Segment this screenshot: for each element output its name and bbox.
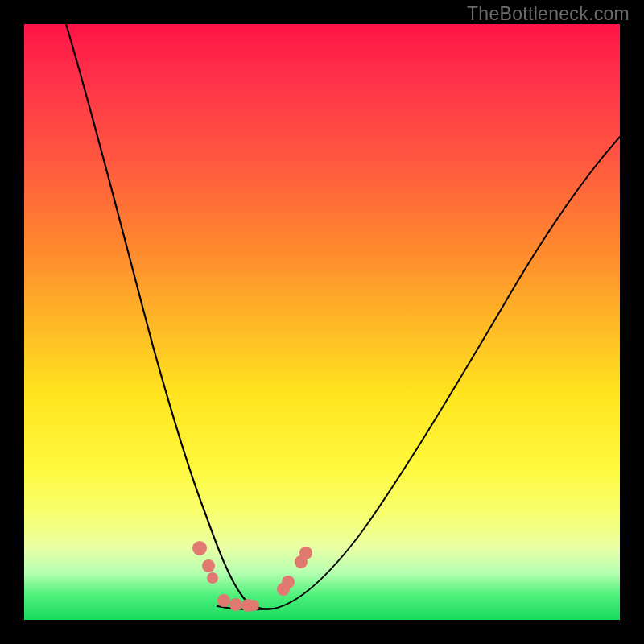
curves-svg [24, 24, 620, 620]
left-curve [66, 24, 274, 609]
outer-frame: TheBottleneck.com [0, 0, 644, 644]
marker-dot [299, 547, 312, 559]
plot-area [24, 24, 620, 620]
marker-dot [229, 598, 242, 611]
marker-dot [217, 594, 230, 607]
right-curve [274, 137, 620, 609]
marker-dot [202, 559, 215, 572]
marker-dot [248, 600, 259, 611]
marker-dot [282, 576, 295, 588]
watermark-text: TheBottleneck.com [467, 3, 630, 25]
marker-dot [192, 541, 207, 555]
marker-dot [207, 572, 218, 584]
